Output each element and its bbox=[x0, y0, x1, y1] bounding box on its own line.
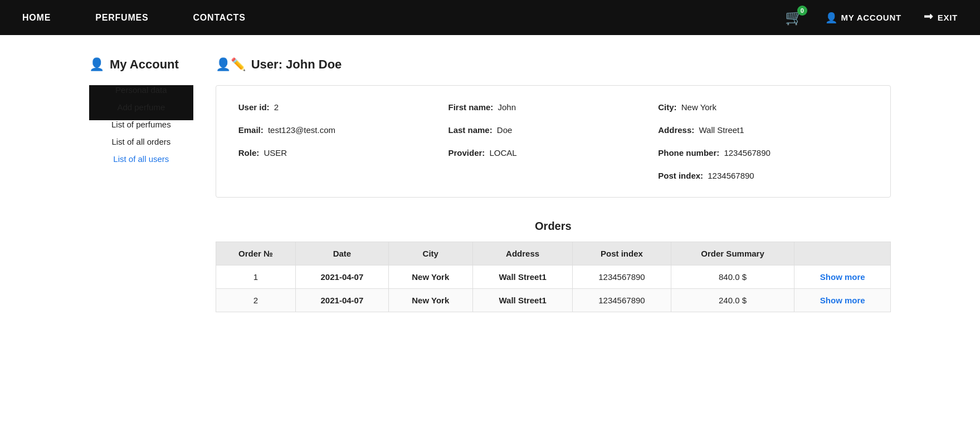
col-date: Date bbox=[296, 242, 388, 265]
sidebar-account-icon: 👤 bbox=[89, 57, 104, 72]
sidebar: 👤 My Account Personal data Add perfume L… bbox=[89, 57, 193, 312]
user-city-field: City: New York bbox=[658, 102, 868, 112]
user-postindex-field: Post index: 1234567890 bbox=[658, 171, 868, 180]
user-id-field: User id: 2 bbox=[238, 102, 448, 112]
col-post-index: Post index bbox=[573, 242, 671, 265]
orders-table: Order № Date City Address Post index Ord… bbox=[216, 242, 891, 312]
main-content: 👤✏️ User: John Doe User id: 2 First name… bbox=[216, 57, 891, 312]
cart-button[interactable]: 🛒 0 bbox=[785, 9, 803, 26]
sidebar-item-personal-data[interactable]: Personal data bbox=[115, 85, 167, 95]
order-number: 1 bbox=[216, 265, 296, 289]
col-order-number: Order № bbox=[216, 242, 296, 265]
order-post-index: 1234567890 bbox=[573, 289, 671, 312]
table-header-row: Order № Date City Address Post index Ord… bbox=[216, 242, 890, 265]
user-lastname-field: Last name: Doe bbox=[448, 125, 658, 135]
user-role-field: Role: USER bbox=[238, 148, 448, 158]
page-title: 👤✏️ User: John Doe bbox=[216, 57, 891, 72]
user-provider-field: Provider: LOCAL bbox=[448, 148, 658, 158]
order-summary: 840.0 $ bbox=[671, 265, 794, 289]
sidebar-item-list-orders[interactable]: List of all orders bbox=[111, 137, 170, 146]
user-edit-icon: 👤✏️ bbox=[216, 57, 246, 72]
order-summary: 240.0 $ bbox=[671, 289, 794, 312]
user-firstname-field: First name: John bbox=[448, 102, 658, 112]
user-email-field: Email: test123@test.com bbox=[238, 125, 448, 135]
cart-badge: 0 bbox=[797, 6, 807, 16]
nav-contacts[interactable]: CONTACTS bbox=[193, 13, 246, 23]
orders-title: Orders bbox=[216, 220, 891, 233]
sidebar-item-add-perfume[interactable]: Add perfume bbox=[117, 102, 165, 112]
order-city: New York bbox=[388, 289, 472, 312]
order-address: Wall Street1 bbox=[473, 289, 573, 312]
exit-button[interactable]: ⮕ EXIT bbox=[924, 12, 958, 23]
user-phone-field: Phone number: 1234567890 bbox=[658, 148, 868, 158]
table-row: 2 2021-04-07 New York Wall Street1 12345… bbox=[216, 289, 890, 312]
user-card: User id: 2 First name: John City: New Yo… bbox=[216, 85, 891, 198]
my-account-label: MY ACCOUNT bbox=[841, 13, 901, 22]
navbar: HOME PERFUMES CONTACTS 🛒 0 👤 MY ACCOUNT … bbox=[0, 0, 980, 35]
sidebar-item-list-users[interactable]: List of all users bbox=[113, 154, 169, 164]
show-more-link[interactable]: Show more bbox=[820, 272, 865, 282]
exit-label: EXIT bbox=[938, 13, 958, 22]
show-more-link[interactable]: Show more bbox=[820, 296, 865, 305]
orders-section: Orders Order № Date City Address Post in… bbox=[216, 220, 891, 312]
sidebar-item-list-perfumes[interactable]: List of perfumes bbox=[111, 120, 171, 129]
order-date: 2021-04-07 bbox=[296, 265, 388, 289]
nav-perfumes[interactable]: PERFUMES bbox=[95, 13, 148, 23]
order-address: Wall Street1 bbox=[473, 265, 573, 289]
order-post-index: 1234567890 bbox=[573, 265, 671, 289]
col-actions bbox=[794, 242, 891, 265]
show-more-cell: Show more bbox=[794, 265, 891, 289]
account-icon: 👤 bbox=[825, 12, 838, 24]
table-row: 1 2021-04-07 New York Wall Street1 12345… bbox=[216, 265, 890, 289]
exit-icon: ⮕ bbox=[924, 12, 934, 23]
sidebar-title: 👤 My Account bbox=[89, 57, 193, 72]
col-address: Address bbox=[473, 242, 573, 265]
col-city: City bbox=[388, 242, 472, 265]
show-more-cell: Show more bbox=[794, 289, 891, 312]
nav-home[interactable]: HOME bbox=[22, 13, 51, 23]
col-order-summary: Order Summary bbox=[671, 242, 794, 265]
sidebar-nav: Personal data Add perfume List of perfum… bbox=[89, 85, 193, 120]
order-number: 2 bbox=[216, 289, 296, 312]
order-date: 2021-04-07 bbox=[296, 289, 388, 312]
order-city: New York bbox=[388, 265, 472, 289]
my-account-button[interactable]: 👤 MY ACCOUNT bbox=[825, 12, 901, 24]
user-address-field: Address: Wall Street1 bbox=[658, 125, 868, 135]
